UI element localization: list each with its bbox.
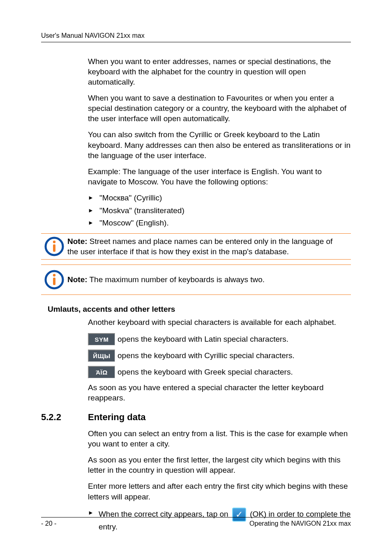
paragraph: Another keyboard with special characters…	[88, 317, 351, 327]
keyboard-option-row: ΆΪΩ opens the keyboard with Greek specia…	[88, 366, 351, 378]
keyboard-option-text: opens the keyboard with Cyrillic special…	[118, 351, 295, 360]
section-number: 5.2.2	[41, 412, 88, 423]
paragraph: As soon as you have entered a special ch…	[88, 382, 351, 403]
list-item-text: "Moskva" (transliterated)	[99, 205, 184, 216]
note-icon	[41, 270, 67, 290]
paragraph: You can also switch from the Cyrillic or…	[88, 129, 351, 160]
page-footer: - 20 - Operating the NAVIGON 21xx max	[41, 517, 351, 527]
list-item: ► "Moskva" (transliterated)	[88, 205, 351, 216]
note-label: Note:	[67, 275, 88, 284]
svg-rect-2	[53, 244, 55, 252]
note-block: Note: The maximum number of keyboards is…	[41, 264, 351, 295]
keyboard-option-text: opens the keyboard with Latin special ch…	[118, 335, 288, 344]
paragraph: As soon as you enter the first letter, t…	[88, 455, 351, 475]
footer-rule	[41, 517, 351, 518]
paragraph: Example: The language of the user interf…	[88, 166, 351, 187]
svg-rect-5	[53, 278, 55, 285]
note-icon	[41, 237, 67, 256]
paragraph: Often you can select an entry from a lis…	[88, 428, 351, 449]
paragraph: Enter more letters and after each entry …	[88, 481, 351, 501]
note-block: Note: Street names and place names can b…	[41, 233, 351, 260]
section-title: Entering data	[88, 412, 146, 423]
note-label: Note:	[67, 237, 88, 246]
list-item: ► "Москва" (Cyrillic)	[88, 193, 351, 203]
note-body: The maximum number of keyboards is alway…	[88, 275, 265, 284]
sub-heading: Umlauts, accents and other letters	[48, 305, 351, 314]
svg-point-1	[53, 241, 55, 243]
greek-keyboard-badge: ΆΪΩ	[88, 366, 115, 378]
note-text: Note: The maximum number of keyboards is…	[67, 274, 351, 285]
cyrillic-keyboard-badge: ЙЩЫ	[88, 350, 115, 362]
keyboard-option-text: opens the keyboard with Greek special ch…	[118, 368, 293, 377]
bullet-arrow-icon: ►	[88, 218, 99, 228]
paragraph: When you want to enter addresses, names …	[88, 56, 351, 87]
paragraph: When you want to save a destination to F…	[88, 93, 351, 124]
header-rule	[41, 42, 351, 42]
list-item: ► "Moscow" (English).	[88, 218, 351, 228]
svg-point-4	[53, 274, 55, 276]
page-number: - 20 -	[41, 520, 56, 527]
list-item-text: "Moscow" (English).	[99, 218, 169, 228]
note-rule	[41, 294, 351, 295]
header-title: User's Manual NAVIGON 21xx max	[41, 32, 351, 39]
footer-right-text: Operating the NAVIGON 21xx max	[249, 520, 351, 527]
note-body: Street names and place names can be ente…	[67, 237, 332, 256]
bullet-arrow-icon: ►	[88, 205, 99, 216]
sym-keyboard-badge: SYM	[88, 333, 115, 345]
keyboard-option-row: ЙЩЫ opens the keyboard with Cyrillic spe…	[88, 350, 351, 362]
options-list: ► "Москва" (Cyrillic) ► "Moskva" (transl…	[88, 193, 351, 228]
bullet-arrow-icon: ►	[88, 193, 99, 203]
note-text: Note: Street names and place names can b…	[67, 236, 351, 257]
list-item-text: "Москва" (Cyrillic)	[99, 193, 162, 203]
keyboard-option-row: SYM opens the keyboard with Latin specia…	[88, 333, 351, 345]
